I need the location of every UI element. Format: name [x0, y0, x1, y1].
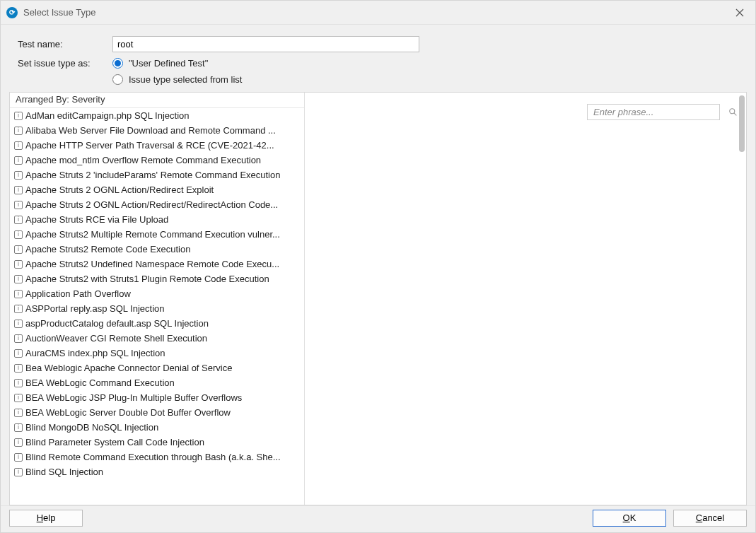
list-item-label: AdMan editCampaign.php SQL Injection	[25, 110, 190, 121]
list-item[interactable]: iaspProductCatalog default.asp SQL Injec…	[10, 316, 304, 331]
ok-button[interactable]: OK	[593, 510, 666, 527]
info-icon: i	[14, 127, 23, 135]
info-icon: i	[14, 468, 23, 476]
titlebar: ⟳ Select Issue Type	[1, 1, 755, 25]
help-button[interactable]: Help	[9, 510, 83, 527]
list-item-label: AuraCMS index.php SQL Injection	[25, 348, 165, 358]
info-icon: i	[14, 171, 23, 180]
list-item[interactable]: iApache Struts RCE via File Upload	[10, 212, 304, 227]
list-item[interactable]: iApache Struts2 Remote Code Execution	[10, 242, 304, 257]
list-item-label: Apache Struts 2 'includeParams' Remote C…	[25, 170, 280, 180]
info-icon: i	[14, 216, 23, 224]
list-item-label: Blind MongoDB NoSQL Injection	[25, 422, 158, 433]
list-item[interactable]: iASPPortal reply.asp SQL Injection	[10, 301, 304, 316]
list-item[interactable]: iBEA WebLogic JSP Plug-In Multiple Buffe…	[10, 390, 304, 405]
list-item-label: AuctionWeaver CGI Remote Shell Execution	[25, 333, 207, 344]
list-item-label: Apache Struts 2 OGNL Action/Redirect Exp…	[25, 184, 214, 195]
info-icon: i	[14, 275, 23, 283]
radio-from-list[interactable]: Issue type selected from list	[112, 74, 738, 85]
radio-user-defined-input[interactable]	[112, 58, 123, 69]
info-icon: i	[14, 423, 23, 432]
test-name-label: Test name:	[18, 39, 110, 49]
info-icon: i	[14, 141, 23, 150]
list-item-label: aspProductCatalog default.asp SQL Inject…	[25, 318, 209, 329]
close-icon	[735, 8, 744, 17]
list-item[interactable]: iAlibaba Web Server File Download and Re…	[10, 123, 304, 138]
info-icon: i	[14, 334, 23, 343]
info-icon: i	[14, 453, 23, 462]
info-icon: i	[14, 349, 23, 358]
help-button-label: H	[37, 512, 43, 523]
issue-list: iAdMan editCampaign.php SQL InjectioniAl…	[10, 108, 304, 505]
detail-scrollbar[interactable]	[735, 95, 746, 502]
list-item-label: Apache Struts2 Remote Code Execution	[25, 244, 190, 254]
scrollbar-thumb[interactable]	[739, 95, 745, 152]
list-item[interactable]: iBlind MongoDB NoSQL Injection	[10, 420, 304, 435]
radio-user-defined-label: "User Defined Test"	[129, 58, 208, 69]
list-item[interactable]: iBlind Parameter System Call Code Inject…	[10, 435, 304, 450]
ok-button-label: O	[623, 512, 630, 523]
list-item[interactable]: iApache mod_ntlm Overflow Remote Command…	[10, 153, 304, 168]
list-item[interactable]: iBEA WebLogic Command Execution	[10, 375, 304, 390]
info-icon: i	[14, 290, 23, 298]
close-button[interactable]	[730, 3, 750, 23]
info-icon: i	[14, 364, 23, 373]
list-item-label: Apache Struts2 with Struts1 Plugin Remot…	[25, 274, 269, 284]
list-item[interactable]: iAuctionWeaver CGI Remote Shell Executio…	[10, 331, 304, 346]
info-icon: i	[14, 230, 23, 239]
list-item[interactable]: iApplication Path Overflow	[10, 286, 304, 301]
info-icon: i	[14, 201, 23, 209]
list-item[interactable]: iApache Struts 2 'includeParams' Remote …	[10, 168, 304, 182]
list-item[interactable]: iAuraCMS index.php SQL Injection	[10, 346, 304, 361]
list-item-label: ASPPortal reply.asp SQL Injection	[25, 303, 165, 314]
list-item-label: BEA WebLogic JSP Plug-In Multiple Buffer…	[25, 392, 242, 403]
list-item-label: Apache Struts 2 OGNL Action/Redirect/Red…	[25, 199, 278, 210]
app-icon: ⟳	[6, 7, 18, 18]
list-item-label: Alibaba Web Server File Download and Rem…	[25, 125, 276, 136]
list-item[interactable]: iBlind SQL Injection	[10, 464, 304, 479]
list-item[interactable]: iBlind Remote Command Execution through …	[10, 450, 304, 464]
list-item[interactable]: iApache Struts 2 OGNL Action/Redirect/Re…	[10, 197, 304, 212]
set-issue-type-label: Set issue type as:	[18, 58, 110, 69]
list-item[interactable]: iBea Weblogic Apache Connector Denial of…	[10, 361, 304, 375]
list-item[interactable]: iApache Struts2 with Struts1 Plugin Remo…	[10, 271, 304, 286]
info-icon: i	[14, 320, 23, 328]
list-item-label: Apache Struts2 Undefined Namespace Remot…	[25, 259, 279, 269]
list-item[interactable]: iApache Struts2 Undefined Namespace Remo…	[10, 257, 304, 271]
radio-user-defined[interactable]: "User Defined Test"	[112, 58, 738, 69]
list-item-label: Bea Weblogic Apache Connector Denial of …	[25, 363, 232, 373]
detail-panel	[305, 93, 746, 505]
list-item[interactable]: iApache HTTP Server Path Traversal & RCE…	[10, 138, 304, 153]
list-item-label: Apache Struts RCE via File Upload	[25, 214, 168, 225]
list-item-label: Apache HTTP Server Path Traversal & RCE …	[25, 140, 274, 151]
button-bar: Help OK Cancel	[1, 505, 755, 532]
info-icon: i	[14, 112, 23, 120]
info-icon: i	[14, 186, 23, 194]
list-item-label: Apache Struts2 Multiple Remote Command E…	[25, 229, 280, 240]
info-icon: i	[14, 260, 23, 269]
form-area: Test name: Set issue type as: "User Defi…	[1, 25, 755, 92]
list-item[interactable]: iApache Struts2 Multiple Remote Command …	[10, 227, 304, 242]
test-name-input[interactable]	[112, 36, 419, 52]
list-item-label: BEA WebLogic Server Double Dot Buffer Ov…	[25, 407, 231, 418]
list-item-label: Application Path Overflow	[25, 288, 131, 299]
window-title: Select Issue Type	[23, 7, 730, 18]
arranged-by-header[interactable]: Arranged By: Severity	[10, 93, 304, 108]
radio-from-list-label: Issue type selected from list	[129, 74, 242, 85]
cancel-button[interactable]: Cancel	[673, 510, 747, 527]
radio-from-list-input[interactable]	[112, 74, 123, 85]
info-icon: i	[14, 379, 23, 387]
list-item-label: Blind Remote Command Execution through B…	[25, 452, 281, 462]
info-icon: i	[14, 245, 23, 254]
info-icon: i	[14, 409, 23, 417]
list-item[interactable]: iApache Struts 2 OGNL Action/Redirect Ex…	[10, 182, 304, 197]
list-item[interactable]: iBEA WebLogic Server Double Dot Buffer O…	[10, 405, 304, 420]
info-icon: i	[14, 394, 23, 402]
list-item-label: Apache mod_ntlm Overflow Remote Command …	[25, 155, 261, 165]
list-item-label: Blind Parameter System Call Code Injecti…	[25, 437, 204, 447]
list-item[interactable]: iAdMan editCampaign.php SQL Injection	[10, 108, 304, 123]
info-icon: i	[14, 156, 23, 165]
issue-list-panel: Arranged By: Severity iAdMan editCampaig…	[10, 93, 305, 505]
info-icon: i	[14, 438, 23, 447]
info-icon: i	[14, 305, 23, 313]
